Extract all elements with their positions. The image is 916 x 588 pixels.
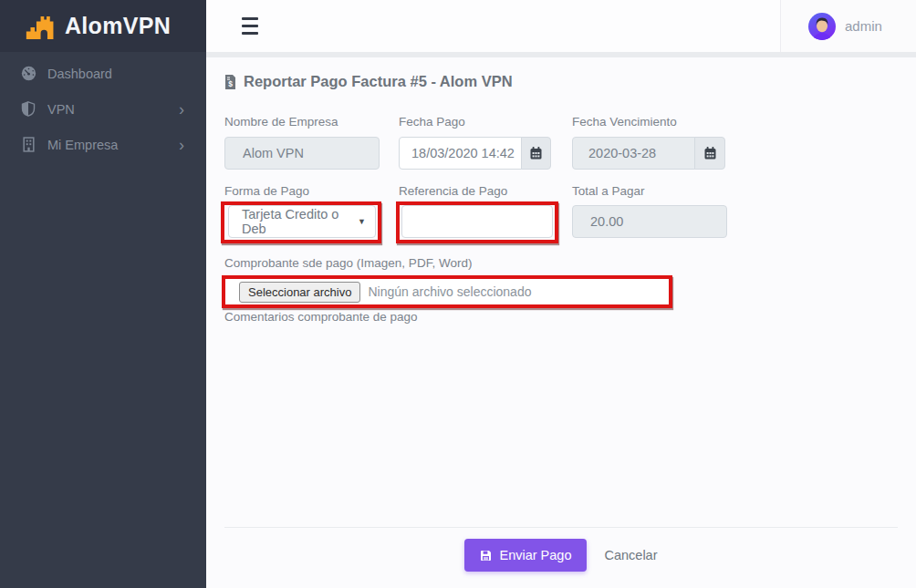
payment-form-card: $ Reportar Pago Factura #5 - Alom VPN No…	[206, 57, 916, 588]
comprobante-file-input[interactable]: Seleccionar archivo Ningún archivo selec…	[222, 275, 672, 308]
sidebar-item-dashboard[interactable]: Dashboard	[0, 56, 206, 91]
menu-toggle-button[interactable]	[242, 17, 258, 35]
chevron-right-icon: ›	[179, 137, 184, 153]
sidebar-menu: Dashboard VPN ›	[0, 52, 206, 162]
user-avatar	[808, 13, 836, 40]
username-label: admin	[845, 18, 882, 34]
total-pagar-input	[572, 205, 727, 238]
nombre-empresa-label: Nombre de Empresa	[224, 115, 338, 129]
file-status-text: Ningún archivo seleccionado	[368, 284, 531, 299]
page-title-text: Reportar Pago Factura #5 - Alom VPN	[244, 73, 513, 90]
select-arrow-icon: ▼	[358, 217, 366, 226]
fecha-vencimiento-calendar-button[interactable]	[694, 137, 725, 170]
nombre-empresa-input	[224, 137, 380, 170]
comentarios-label: Comentarios comprobante de pago	[224, 310, 418, 324]
main-column: admin $ Reportar Pago Factura #5 - Alom …	[206, 0, 916, 588]
file-select-button[interactable]: Seleccionar archivo	[239, 282, 360, 303]
brand[interactable]: AlomVPN	[0, 0, 206, 52]
fecha-pago-calendar-button[interactable]	[521, 137, 551, 170]
cancelar-link[interactable]: Cancelar	[604, 548, 657, 562]
total-pagar-label: Total a Pagar	[572, 184, 645, 198]
sidebar-item-mi-empresa[interactable]: Mi Empresa ›	[0, 127, 206, 162]
shield-icon	[20, 101, 36, 117]
brand-name: AlomVPN	[65, 13, 171, 39]
fecha-vencimiento-label: Fecha Vencimiento	[572, 115, 677, 129]
form-actions: Enviar Pago Cancelar	[206, 539, 916, 572]
comprobante-label: Comprobante sde pago (Imagen, PDF, Word)	[224, 256, 472, 270]
sidebar-item-vpn[interactable]: VPN ›	[0, 91, 206, 127]
forma-pago-select[interactable]: Tarjeta Credito o Deb ▼	[228, 205, 376, 238]
footer-divider	[224, 527, 898, 528]
fecha-vencimiento-input	[572, 137, 695, 170]
user-menu[interactable]: admin	[780, 0, 916, 52]
fecha-pago-input[interactable]	[399, 137, 522, 170]
dashboard-icon	[20, 66, 36, 81]
sidebar-item-label: VPN	[47, 102, 75, 117]
fecha-pago-label: Fecha Pago	[399, 115, 465, 129]
brand-fort-icon	[25, 14, 58, 39]
forma-pago-label: Forma de Pago	[224, 184, 309, 198]
sidebar: AlomVPN Dashboard	[0, 0, 206, 588]
forma-pago-selected-value: Tarjeta Credito o Deb	[242, 207, 358, 236]
referencia-pago-input[interactable]	[401, 205, 553, 238]
enviar-pago-label: Enviar Pago	[499, 548, 571, 562]
calendar-icon	[704, 147, 716, 160]
save-icon	[480, 550, 492, 562]
sidebar-item-label: Mi Empresa	[47, 138, 118, 152]
invoice-icon: $	[224, 75, 236, 89]
svg-text:$: $	[228, 79, 233, 88]
building-icon	[20, 137, 36, 152]
app-window: AlomVPN Dashboard	[0, 0, 916, 588]
referencia-pago-label: Referencia de Pago	[399, 184, 507, 198]
chevron-right-icon: ›	[179, 101, 184, 118]
enviar-pago-button[interactable]: Enviar Pago	[464, 539, 587, 572]
page-title: $ Reportar Pago Factura #5 - Alom VPN	[224, 73, 513, 90]
topbar: admin	[206, 0, 916, 52]
calendar-icon	[530, 147, 542, 160]
sidebar-item-label: Dashboard	[47, 67, 112, 81]
